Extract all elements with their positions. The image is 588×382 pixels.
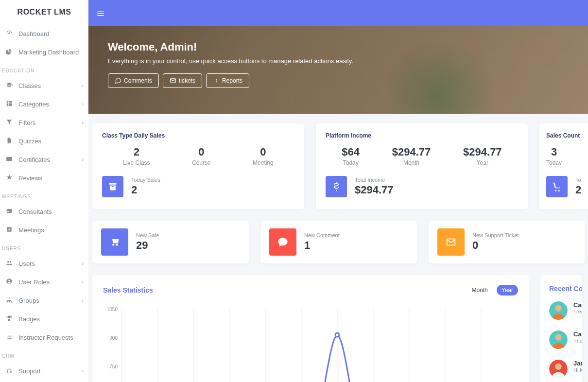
avatar bbox=[549, 301, 568, 320]
sidebar-item-groups[interactable]: Groups› bbox=[0, 291, 88, 310]
sidebar-item-user-roles[interactable]: User Roles› bbox=[0, 273, 88, 291]
graduation-icon bbox=[6, 82, 18, 90]
comment-author: Car bbox=[573, 330, 582, 338]
recent-comment-item[interactable]: CarThe bbox=[549, 330, 573, 349]
sidebar-item-label: User Roles bbox=[18, 278, 84, 286]
sidebar-group-meetings: MEETINGS bbox=[0, 187, 88, 202]
mini-card-new-support-ticket[interactable]: New Support Ticket0 bbox=[429, 221, 585, 263]
class-type-title: Class Type Daily Sales bbox=[102, 132, 294, 139]
sidebar-item-label: Dashboard bbox=[18, 30, 84, 37]
star-icon bbox=[6, 174, 18, 182]
sidebar-item-categories[interactable]: Categories› bbox=[0, 95, 88, 113]
svg-text:900: 900 bbox=[109, 335, 118, 341]
cart-icon bbox=[101, 228, 128, 256]
sidebar-item-users[interactable]: Users› bbox=[0, 254, 88, 273]
sidebar-item-instructor-requests[interactable]: Instructor Requests bbox=[0, 328, 88, 347]
recent-comment-item[interactable]: CarI rea bbox=[549, 301, 573, 320]
plus-sq-icon bbox=[6, 226, 18, 234]
mini-card-value: 1 bbox=[304, 239, 340, 252]
recent-comments-card: Recent Com CarI reaCarTheJamHi kRic bbox=[540, 275, 582, 382]
chevron-right-icon: › bbox=[82, 297, 84, 303]
trophy-icon bbox=[6, 315, 18, 323]
sidebar-item-label: Quizzes bbox=[18, 138, 84, 145]
stat-today: 3Today bbox=[546, 146, 562, 166]
sales-count-title: Sales Count bbox=[546, 132, 584, 139]
sidebar-item-filters[interactable]: Filters› bbox=[0, 113, 88, 132]
sidebar-item-meetings[interactable]: Meetings bbox=[0, 221, 88, 239]
sales-count-card: Sales Count 3Today To 2 bbox=[539, 123, 588, 209]
sidebar-item-label: Filters bbox=[18, 119, 84, 126]
svg-point-21 bbox=[555, 334, 561, 341]
sidebar-item-label: Groups bbox=[18, 297, 84, 304]
sidebar-item-label: Classes bbox=[18, 82, 84, 89]
class-type-total-value: 2 bbox=[131, 184, 160, 196]
brand-logo[interactable]: ROCKET LMS bbox=[0, 0, 88, 24]
stat-course: 0Course bbox=[192, 146, 211, 166]
svg-text:750: 750 bbox=[109, 364, 118, 369]
hero-subtitle: Everything is in your control, use quick… bbox=[108, 57, 569, 65]
sidebar-item-dashboard[interactable]: Dashboard bbox=[0, 24, 88, 43]
platform-income-title: Platform Income bbox=[326, 132, 518, 139]
envelope-icon bbox=[170, 77, 176, 84]
sidebar-group-crm: CRM bbox=[0, 347, 88, 362]
sidebar-item-label: Badges bbox=[18, 315, 84, 323]
comment-icon bbox=[269, 228, 296, 256]
comment-text: I rea bbox=[573, 309, 582, 314]
file-icon bbox=[6, 137, 18, 145]
hero-comments-button[interactable]: Comments bbox=[108, 73, 159, 88]
envelope-icon bbox=[437, 228, 465, 256]
chart-range-toggle: Month Year bbox=[467, 285, 518, 295]
chart-range-month[interactable]: Month bbox=[467, 285, 492, 295]
stat-meeting: 0Meeting bbox=[253, 146, 274, 166]
stat-value: $64 bbox=[342, 146, 360, 158]
stat-year: $294.77Year bbox=[463, 146, 502, 166]
sidebar-item-marketing-dashboard[interactable]: Marketing Dashboard bbox=[0, 43, 88, 61]
stat-label: Live Class bbox=[123, 159, 150, 166]
sidebar: ROCKET LMS DashboardMarketing DashboardE… bbox=[0, 0, 88, 382]
mini-card-new-sale[interactable]: New Sale29 bbox=[92, 221, 249, 263]
chevron-right-icon: › bbox=[82, 101, 84, 107]
stat-value: $294.77 bbox=[463, 146, 502, 158]
avatar bbox=[549, 360, 568, 378]
sidebar-item-consultants[interactable]: Consultants bbox=[0, 202, 88, 221]
tachometer-icon bbox=[6, 30, 18, 38]
mini-card-new-comment[interactable]: New Comment1 bbox=[260, 221, 417, 263]
sidebar-item-classes[interactable]: Classes› bbox=[0, 76, 88, 95]
sidebar-item-badges[interactable]: Badges bbox=[0, 310, 88, 328]
sidebar-item-quizzes[interactable]: Quizzes bbox=[0, 132, 88, 150]
stat-value: 3 bbox=[546, 146, 562, 158]
comment-author: Jam bbox=[573, 360, 582, 367]
recent-comments-title: Recent Com bbox=[549, 285, 573, 293]
sidebar-item-label: Reviews bbox=[18, 174, 84, 182]
stat-label: Meeting bbox=[253, 159, 274, 166]
chevron-right-icon: › bbox=[82, 279, 84, 285]
mini-card-label: New Sale bbox=[136, 232, 159, 238]
chevron-right-icon: › bbox=[82, 83, 84, 88]
sales-count-total-value: 2 bbox=[575, 184, 581, 196]
svg-point-1 bbox=[216, 79, 217, 80]
mini-card-value: 0 bbox=[472, 239, 519, 252]
sidebar-item-support[interactable]: Support› bbox=[0, 362, 88, 380]
comment-text: Hi k bbox=[573, 367, 582, 373]
menu-toggle-icon[interactable] bbox=[96, 8, 105, 18]
headphones-icon bbox=[6, 367, 18, 375]
user-circle-icon bbox=[6, 278, 18, 286]
hero-title: Welcome, Admin! bbox=[108, 41, 569, 53]
sidebar-item-label: Instructor Requests bbox=[18, 334, 84, 341]
sidebar-item-label: Consultants bbox=[18, 208, 84, 215]
hero-reports-button[interactable]: Reports bbox=[206, 73, 249, 88]
sidebar-item-reviews[interactable]: Reviews bbox=[0, 169, 88, 187]
sales-count-total-label: To bbox=[575, 177, 581, 183]
users-icon bbox=[6, 260, 18, 268]
hero-tickets-button[interactable]: tickets bbox=[163, 73, 202, 88]
sidebar-item-label: Meetings bbox=[18, 226, 84, 234]
chevron-right-icon: › bbox=[82, 156, 84, 162]
chart-range-year[interactable]: Year bbox=[497, 285, 518, 295]
svg-point-19 bbox=[555, 305, 561, 312]
stat-label: Today bbox=[342, 159, 360, 166]
platform-income-card: Platform Income $64Today$294.77Month$294… bbox=[316, 123, 528, 209]
sales-chart: 1050 900 750 600 bbox=[103, 303, 518, 382]
sidebar-item-certificates[interactable]: Certificates› bbox=[0, 150, 88, 169]
recent-comment-item[interactable]: JamHi k bbox=[549, 360, 573, 378]
class-type-total-label: Today Sales bbox=[131, 177, 160, 183]
